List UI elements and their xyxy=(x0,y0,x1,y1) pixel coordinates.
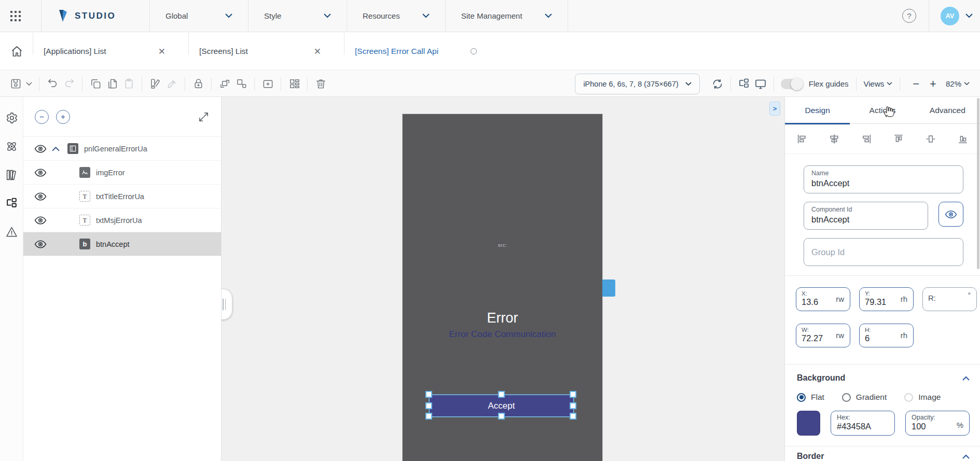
help-button[interactable]: ? xyxy=(902,9,916,23)
visibility-eye-icon[interactable] xyxy=(34,145,48,153)
visibility-eye-icon[interactable] xyxy=(34,169,48,177)
menu-resources[interactable]: Resources xyxy=(347,0,445,32)
screen-resize-tab[interactable] xyxy=(602,280,615,297)
collapse-caret-icon[interactable] xyxy=(52,146,67,151)
delete-button[interactable] xyxy=(312,76,329,92)
x-field[interactable]: X: 13.6 rw xyxy=(796,287,850,311)
group-id-input[interactable] xyxy=(804,238,963,266)
undo-button[interactable] xyxy=(44,76,61,92)
hierarchy-tree-icon[interactable] xyxy=(5,197,18,210)
color-swatch[interactable] xyxy=(797,411,820,436)
resize-handle-nw[interactable] xyxy=(425,391,432,398)
studio-logo[interactable]: STUDIO xyxy=(42,9,149,23)
expand-all-button[interactable] xyxy=(56,110,70,124)
align-bottom-icon[interactable] xyxy=(957,133,969,145)
error-title-text[interactable]: Error xyxy=(403,310,602,326)
name-field[interactable]: Name btnAccept xyxy=(804,165,963,193)
ungroup-button[interactable] xyxy=(233,76,250,92)
resize-handle-ne[interactable] xyxy=(570,391,576,398)
menu-style[interactable]: Style xyxy=(249,0,347,32)
panel-resize-handle[interactable] xyxy=(222,289,232,319)
chevron-down-icon[interactable] xyxy=(964,82,970,86)
component-visibility-button[interactable] xyxy=(938,202,963,227)
resize-handle-sw[interactable] xyxy=(425,413,432,420)
height-field[interactable]: H: 6 rh xyxy=(859,324,914,347)
opacity-field[interactable]: Opacity: 100 % xyxy=(905,411,970,436)
library-books-icon[interactable] xyxy=(5,169,18,181)
tab-advanced[interactable]: Advanced xyxy=(915,97,980,123)
settings-gear-icon[interactable] xyxy=(5,111,18,124)
paste-button[interactable] xyxy=(120,76,137,92)
tree-view-button[interactable] xyxy=(736,76,752,92)
tab-applications-list[interactable]: [Applications] List ✕ xyxy=(33,47,179,56)
visibility-eye-icon[interactable] xyxy=(34,240,48,248)
chevron-down-icon[interactable] xyxy=(887,82,892,86)
radio-image[interactable] xyxy=(904,393,913,402)
align-left-icon[interactable] xyxy=(796,133,808,145)
y-field[interactable]: Y: 79.31 rh xyxy=(859,287,914,311)
close-icon[interactable]: ✕ xyxy=(314,47,321,56)
inspector-collapse-button[interactable]: > xyxy=(769,102,780,116)
collapse-all-button[interactable] xyxy=(35,110,49,124)
layer-row-pnlGeneralErrorUa[interactable]: pnlGeneralErrorUa xyxy=(23,137,221,161)
home-icon[interactable] xyxy=(10,45,23,58)
save-button[interactable] xyxy=(7,76,24,92)
close-icon[interactable]: ✕ xyxy=(158,47,165,56)
maximize-panel-icon[interactable] xyxy=(198,111,210,123)
copy-button[interactable] xyxy=(87,76,104,92)
collapse-section-icon[interactable] xyxy=(962,454,970,459)
chevron-down-icon[interactable] xyxy=(965,13,973,18)
align-center-vertical-icon[interactable] xyxy=(925,133,936,145)
align-right-icon[interactable] xyxy=(861,133,872,145)
components-atom-icon[interactable] xyxy=(5,140,18,153)
preview-monitor-button[interactable] xyxy=(752,76,769,92)
error-subtitle-text[interactable]: Error Code Communication xyxy=(403,329,602,340)
flex-guides-toggle[interactable] xyxy=(781,79,802,89)
resize-handle-se[interactable] xyxy=(570,413,576,420)
visibility-eye-icon[interactable] xyxy=(34,192,48,201)
refresh-button[interactable] xyxy=(709,76,726,92)
styles-button[interactable] xyxy=(147,76,163,92)
redo-button[interactable] xyxy=(61,76,77,92)
avatar[interactable]: AV xyxy=(941,7,959,25)
rotation-field[interactable]: R: ° xyxy=(922,287,977,311)
phone-screen[interactable]: src: Error Error Code Communication Acce… xyxy=(403,114,602,461)
component-id-field[interactable]: Component Id btnAccept xyxy=(804,202,928,230)
add-folder-button[interactable] xyxy=(259,76,276,92)
menu-site-management[interactable]: Site Management xyxy=(446,0,568,32)
scrollbar-thumb[interactable] xyxy=(977,98,979,269)
group-button[interactable] xyxy=(216,76,233,92)
layer-row-txtMsjErrorUa[interactable]: T txtMsjErrorUa xyxy=(23,208,221,232)
design-canvas[interactable]: src: Error Error Code Communication Acce… xyxy=(222,97,784,461)
hex-field[interactable]: Hex: #43458A xyxy=(831,411,895,436)
resize-handle-s[interactable] xyxy=(498,413,505,420)
zoom-out-button[interactable]: − xyxy=(907,78,924,90)
radio-flat[interactable] xyxy=(797,393,806,402)
device-selector[interactable]: iPhone 6, 6s, 7, 8 (375×667) xyxy=(575,74,699,94)
brush-button[interactable] xyxy=(163,76,180,92)
align-top-icon[interactable] xyxy=(893,133,904,145)
align-center-horizontal-icon[interactable] xyxy=(829,133,840,145)
collapse-section-icon[interactable] xyxy=(962,376,970,381)
views-dropdown[interactable]: Views xyxy=(864,79,885,88)
resize-handle-e[interactable] xyxy=(570,402,576,409)
layer-row-btnAccept[interactable]: b btnAccept xyxy=(23,232,221,256)
resize-handle-w[interactable] xyxy=(425,402,432,409)
tab-design[interactable]: Design xyxy=(785,97,850,123)
layer-row-imgError[interactable]: imgError xyxy=(23,161,221,185)
tab-screens-error-call-api[interactable]: [Screens] Error Call Api xyxy=(344,47,490,56)
layout-grid-button[interactable] xyxy=(286,76,302,92)
zoom-level[interactable]: 82% xyxy=(946,79,961,88)
resize-handle-n[interactable] xyxy=(498,391,505,398)
zoom-in-button[interactable]: + xyxy=(924,78,942,90)
radio-gradient[interactable] xyxy=(842,393,851,402)
duplicate-button[interactable] xyxy=(104,76,120,92)
visibility-eye-icon[interactable] xyxy=(34,216,48,225)
width-field[interactable]: W: 72.27 rw xyxy=(796,324,850,347)
lock-button[interactable] xyxy=(190,76,206,92)
apps-grid-icon[interactable] xyxy=(8,8,23,24)
layer-row-txtTitleErrorUa[interactable]: T txtTitleErrorUa xyxy=(23,185,221,208)
warnings-icon[interactable] xyxy=(5,226,18,239)
menu-global[interactable]: Global xyxy=(150,0,248,32)
tab-screens-list[interactable]: [Screens] List ✕ xyxy=(189,47,335,56)
